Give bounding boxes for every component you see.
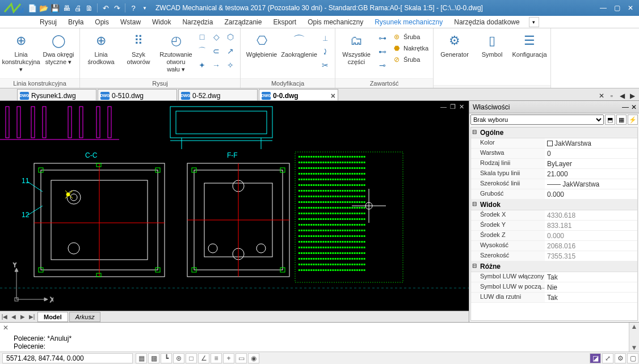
layout-tab-arkusz[interactable]: Arkusz — [69, 312, 101, 322]
model-tab-prev-icon[interactable]: ◀ — [9, 312, 18, 321]
doc-tab[interactable]: DWG0-510.dwg — [98, 89, 177, 100]
ribbon-linia-rodkowa[interactable]: ⊕Linia środkowa — [83, 31, 119, 67]
status-clean-icon[interactable]: ▢ — [627, 353, 638, 363]
ribbon-symbol[interactable]: ▯Symbol — [474, 31, 510, 60]
prop-row[interactable]: Środek Y833.181 — [471, 221, 637, 231]
saveas-icon[interactable]: 🖶 — [61, 3, 72, 13]
model-tab-last-icon[interactable]: ▶| — [27, 312, 36, 321]
menu-opis-mechaniczny[interactable]: Opis mechaniczny — [302, 16, 369, 28]
plot-icon[interactable]: 🖨 — [73, 3, 83, 13]
menu-widok[interactable]: Widok — [146, 16, 176, 28]
ribbon-small-button[interactable]: ⬡ — [224, 31, 237, 43]
status-extra2-icon[interactable]: ⤢ — [602, 353, 613, 363]
select-objects-icon[interactable]: ▦ — [616, 115, 627, 125]
osnap-button[interactable]: □ — [186, 353, 197, 363]
selection-dropdown[interactable]: Brak wyboru — [470, 115, 604, 125]
prop-value[interactable]: 4330.618 — [545, 210, 637, 220]
tab-next-icon[interactable]: ▶ — [628, 91, 637, 100]
menu-eksport[interactable]: Eksport — [267, 16, 302, 28]
doc-tab[interactable]: DWGRysunek1.dwg — [17, 89, 96, 100]
menu-wstaw[interactable]: Wstaw — [115, 16, 146, 28]
menu-rysunek-mechaniczny[interactable]: Rysunek mechaniczny — [369, 16, 448, 28]
panel-minimize-icon[interactable]: — — [622, 103, 629, 111]
menu-narzędzia-dodatkowe[interactable]: Narzędzia dodatkowe — [448, 16, 525, 28]
prop-value[interactable]: 0.000 — [545, 231, 637, 240]
doc-tab[interactable]: DWG0-52.dwg — [178, 89, 258, 100]
viewport-restore-icon[interactable]: ❐ — [450, 103, 456, 111]
prop-row[interactable]: Warstwa0 — [471, 149, 637, 159]
save-icon[interactable]: 💾 — [50, 3, 60, 13]
prop-row[interactable]: Środek Z0.000 — [471, 231, 637, 241]
ribbon-small-button[interactable]: ⊶ — [376, 32, 389, 44]
ribbon-generator[interactable]: ⚙Generator — [437, 31, 472, 60]
prop-row[interactable]: Grubość0.000 — [471, 189, 637, 200]
tab-new-icon[interactable]: ▫ — [607, 91, 616, 100]
coordinates-display[interactable]: 5571.428, 847.744, 0.000 — [2, 353, 133, 363]
ribbon-small-button[interactable]: ⊂ — [210, 45, 222, 57]
open-icon[interactable]: 📂 — [39, 3, 49, 13]
prop-value[interactable]: —— JakWarstwa — [545, 179, 637, 189]
ribbon-śruba[interactable]: ⊛Śruba — [391, 32, 430, 42]
ribbon-rzutowanie-otworu-wa-u-[interactable]: ◴Rzutowanie otworu wału ▾ — [158, 31, 194, 75]
prop-row[interactable]: Symbol LUW w począ...Nie — [471, 282, 637, 293]
prop-value[interactable]: Tak — [545, 272, 637, 282]
doc-tab[interactable]: DWG0-0.dwg× — [259, 89, 338, 100]
grid-button[interactable]: ▩ — [148, 353, 159, 363]
prop-row[interactable]: Skala typu linii21.000 — [471, 169, 637, 179]
prop-row[interactable]: LUW dla rzutniTak — [471, 293, 637, 303]
command-close-icon[interactable]: ✕ — [0, 323, 11, 352]
prop-row[interactable]: Szerokość linii—— JakWarstwa — [471, 179, 637, 189]
ribbon-small-button[interactable]: ⟂ — [319, 32, 331, 44]
ribbon-small-button[interactable]: ✧ — [224, 59, 237, 71]
status-settings-icon[interactable]: ⚙ — [615, 353, 626, 363]
layout-tab-model[interactable]: Model — [37, 312, 68, 322]
model-tab-next-icon[interactable]: ▶ — [18, 312, 27, 321]
redo-icon[interactable]: ↷ — [112, 3, 122, 13]
ribbon-small-button[interactable]: □ — [196, 31, 208, 43]
menu-zarządzanie[interactable]: Zarządzanie — [218, 16, 267, 28]
model-tab-first-icon[interactable]: |◀ — [0, 312, 9, 321]
tab-prev-icon[interactable]: ◀ — [617, 91, 627, 100]
prop-section-header[interactable]: Różne — [471, 261, 637, 272]
menu-bryła[interactable]: Bryła — [62, 16, 89, 28]
status-extra1-icon[interactable]: ◪ — [590, 353, 601, 363]
menu-overflow-icon[interactable]: ▾ — [529, 17, 539, 27]
dyn-button[interactable]: + — [223, 353, 234, 363]
preview-icon[interactable]: 🗎 — [84, 3, 94, 13]
help-icon[interactable]: ? — [128, 3, 138, 13]
lwt-button[interactable]: ≡ — [211, 353, 222, 363]
command-line[interactable]: ✕ Polecenie: *Anuluj*Polecenie: ▲▼ — [0, 322, 639, 352]
ribbon-small-button[interactable]: ⊸ — [376, 59, 389, 71]
prop-section-header[interactable]: Widok — [471, 200, 637, 210]
properties-grid[interactable]: OgólneKolorJakWarstwaWarstwa0Rodzaj lini… — [470, 127, 638, 321]
ribbon-dwa-okr-gi-styczne-[interactable]: ◯Dwa okręgi styczne ▾ — [41, 31, 76, 67]
ribbon-small-button[interactable]: ✂ — [319, 59, 331, 71]
ribbon-nakrętka[interactable]: ⬣Nakrętka — [391, 43, 430, 53]
prop-row[interactable]: KolorJakWarstwa — [471, 138, 637, 149]
prop-value[interactable]: Tak — [545, 293, 637, 302]
maximize-button[interactable]: ▢ — [611, 3, 623, 13]
prop-value[interactable]: ByLayer — [545, 159, 637, 168]
prop-row[interactable]: Wysokość2068.016 — [471, 241, 637, 251]
ribbon-small-button[interactable]: ↗ — [224, 45, 237, 57]
prop-value[interactable]: 2068.016 — [545, 241, 637, 251]
prop-value[interactable]: JakWarstwa — [545, 138, 637, 148]
tab-close-icon[interactable]: × — [331, 91, 335, 100]
ribbon-wg-bienie[interactable]: ⎔Wgłębienie — [244, 31, 279, 60]
undo-icon[interactable]: ↶ — [100, 3, 111, 13]
ribbon-small-button[interactable]: ⊷ — [376, 45, 389, 58]
ribbon-konfiguracja[interactable]: ☰Konfiguracja — [512, 31, 547, 60]
prop-row[interactable]: Symbol LUW włączonyTak — [471, 272, 637, 282]
viewport-close-icon[interactable]: ✕ — [459, 103, 464, 111]
prop-value[interactable]: Nie — [545, 282, 637, 292]
snap-button[interactable]: ▦ — [136, 353, 147, 363]
polar-button[interactable]: ⊛ — [173, 353, 184, 363]
viewport-minimize-icon[interactable]: — — [440, 103, 447, 111]
prop-row[interactable]: Szerokość7355.315 — [471, 251, 637, 261]
ribbon-small-button[interactable]: ⌒ — [196, 45, 208, 57]
otrack-button[interactable]: ∠ — [198, 353, 209, 363]
properties-title-bar[interactable]: Właściwości — ✕ — [469, 101, 639, 113]
new-icon[interactable]: 📄 — [27, 3, 37, 13]
ribbon-śruba[interactable]: ⊘Śruba — [391, 54, 430, 65]
quick-select-icon[interactable]: ⚡ — [628, 115, 638, 125]
